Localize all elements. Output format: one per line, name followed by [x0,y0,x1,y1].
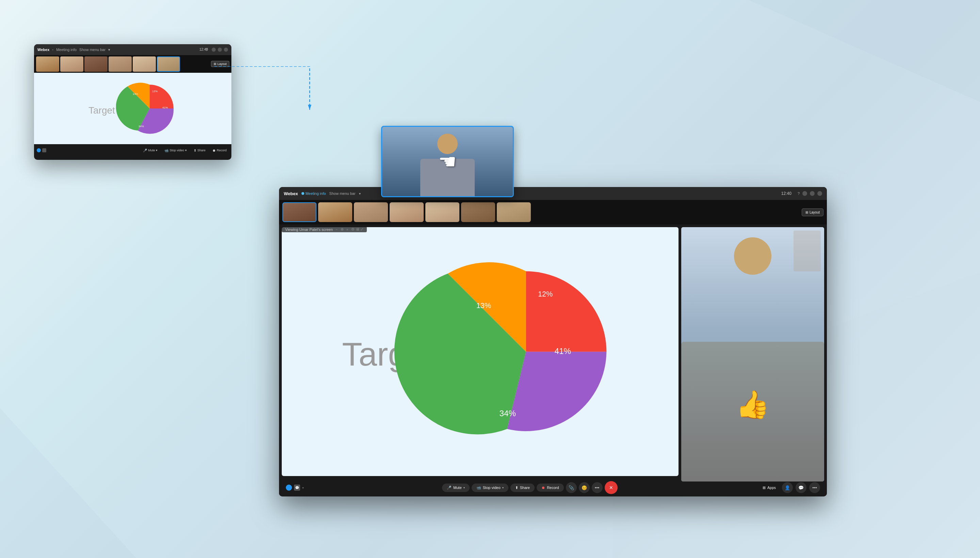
screen-share-toolbar: Viewing Umar Patel's screen − ⊕ + ⚙ 🖥 ⤢ [282,226,367,232]
small-show-menu[interactable]: Show menu bar [79,48,105,52]
small-participant-3[interactable] [84,56,107,72]
small-minimize-btn[interactable] [212,48,216,52]
main-chat-icon[interactable]: 💬 [294,484,300,491]
main-apps-grid-icon: ⊞ [763,486,766,490]
svg-text:Target: Target [89,105,115,116]
main-webex-indicator [286,484,292,491]
main-record-icon: ⏺ [541,486,545,490]
svg-marker-1 [0,408,136,558]
main-share-icon: ⬆ [515,486,518,490]
main-speaker-video: 👍 [681,227,824,481]
main-end-icon: ✕ [609,485,613,490]
svg-text:12%: 12% [152,90,158,93]
small-participant-5[interactable] [133,56,156,72]
small-chevron-icon: ▾ [108,48,110,52]
small-titlebar: Webex • Meeting info Show menu bar ▾ 12:… [34,44,232,55]
main-participant-6[interactable] [461,202,495,222]
small-meeting-info[interactable]: Meeting info [56,48,77,52]
main-overflow-icon: ••• [812,485,817,490]
main-app-name: Webex [284,191,298,196]
svg-text:12%: 12% [538,290,552,298]
main-show-menu[interactable]: Show menu bar [329,192,355,195]
small-participant-6-active[interactable] [157,56,180,72]
small-layout-btn[interactable]: ⊞ Layout [211,61,229,67]
main-help-icon: ? [797,192,800,195]
small-share-icon: ⬆ [194,149,196,152]
main-attachment-btn[interactable]: 📎 [566,482,577,493]
main-layout-btn[interactable]: ⊞ Layout [802,208,824,216]
main-apps-btn[interactable]: ⊞ Apps [759,484,779,492]
main-participant-5[interactable] [425,202,459,222]
small-close-btn[interactable] [224,48,228,52]
main-maximize-btn[interactable] [810,191,815,196]
svg-text:41%: 41% [555,346,571,356]
main-close-btn[interactable] [817,191,822,196]
small-participant-4[interactable] [109,56,132,72]
main-video-icon: 📹 [476,486,481,490]
main-menu-chevron: ▾ [359,192,361,195]
small-stop-video-btn[interactable]: 📹 Stop video ▾ [162,148,189,153]
main-participant-4[interactable] [390,202,424,222]
main-mic-icon: 🎤 [447,486,452,490]
main-mute-chevron: ▾ [464,486,465,489]
small-maximize-btn[interactable] [218,48,222,52]
main-more-btn[interactable]: ••• [592,482,603,493]
main-meeting-info-btn[interactable]: Meeting info [301,192,326,195]
screen-toolbar-zoom[interactable]: ⊕ [340,227,344,231]
svg-text:13%: 13% [133,92,138,95]
small-pie-chart: Target 41% 34% 13% 12% [68,74,197,143]
main-pie-chart: Target 41% 34% 13% 12% [289,232,670,471]
main-overflow-btn[interactable]: ••• [809,482,820,493]
small-participant-1[interactable] [36,56,59,72]
main-participant-7[interactable] [497,202,531,222]
small-chat-icon [42,148,46,152]
svg-text:34%: 34% [138,125,144,128]
small-record-btn[interactable]: ⏺ Record [210,148,229,153]
main-participant-1[interactable] [283,202,316,222]
svg-marker-0 [748,0,980,102]
main-emoji-btn[interactable]: 😊 [579,482,590,493]
main-record-btn[interactable]: ⏺ Record [537,484,564,492]
main-presentation: Target 41% 34% 13% 12% [282,227,679,476]
main-meeting-window: Webex Meeting info Show menu bar ▾ 12:40… [279,187,827,496]
small-share-btn[interactable]: ⬆ Share [192,148,207,153]
main-participant-2[interactable] [318,202,352,222]
main-end-call-btn[interactable]: ✕ [605,481,618,494]
small-mute-btn[interactable]: 🎤 Mute ▾ [141,148,159,153]
small-meeting-window: Webex • Meeting info Show menu bar ▾ 12:… [34,44,232,160]
main-participants-icon: 👤 [785,485,790,490]
small-app-name: Webex [38,48,49,52]
small-mic-icon: 🎤 [143,149,147,152]
small-participant-2[interactable] [60,56,83,72]
svg-text:13%: 13% [476,301,491,310]
small-participants-strip: ⊞ Layout [34,55,232,73]
screen-toolbar-plus[interactable]: + [346,228,349,231]
main-titlebar: Webex Meeting info Show menu bar ▾ 12:40… [279,187,827,200]
main-time: 12:40 [781,191,791,196]
main-minimize-btn[interactable] [802,191,807,196]
main-participants-btn[interactable]: 👤 [782,482,793,493]
main-chat-side-btn[interactable]: 💬 [796,482,806,493]
main-stop-video-btn[interactable]: 📹 Stop video ▾ [472,484,508,492]
main-toolbar-left: 💬 ▾ [286,484,304,491]
main-mute-btn[interactable]: 🎤 Mute ▾ [442,484,469,492]
small-toolbar: 🎤 Mute ▾ 📹 Stop video ▾ ⬆ Share ⏺ Record [34,144,232,156]
small-mute-chevron: ▾ [156,149,158,152]
small-video-icon: 📹 [164,149,168,152]
floating-video-thumb[interactable]: ☚ [381,126,514,197]
main-video-chevron: ▾ [502,486,504,489]
floating-thumb-inner: ☚ [382,127,513,196]
screen-toolbar-minus[interactable]: − [335,228,337,231]
main-attachment-icon: 📎 [569,485,574,490]
small-layout-icon: ⊞ [214,62,216,66]
small-record-icon: ⏺ [212,149,216,152]
screen-share-label: Viewing Umar Patel's screen [285,228,333,231]
main-participant-3[interactable] [354,202,388,222]
svg-text:41%: 41% [162,106,168,109]
small-indicators [37,148,46,152]
svg-text:34%: 34% [500,409,516,418]
small-webex-icon [37,148,41,152]
main-share-btn[interactable]: ⬆ Share [510,484,534,492]
main-content-area: Target 41% 34% 13% 12% [279,225,827,479]
main-window-controls: ? [797,191,822,196]
